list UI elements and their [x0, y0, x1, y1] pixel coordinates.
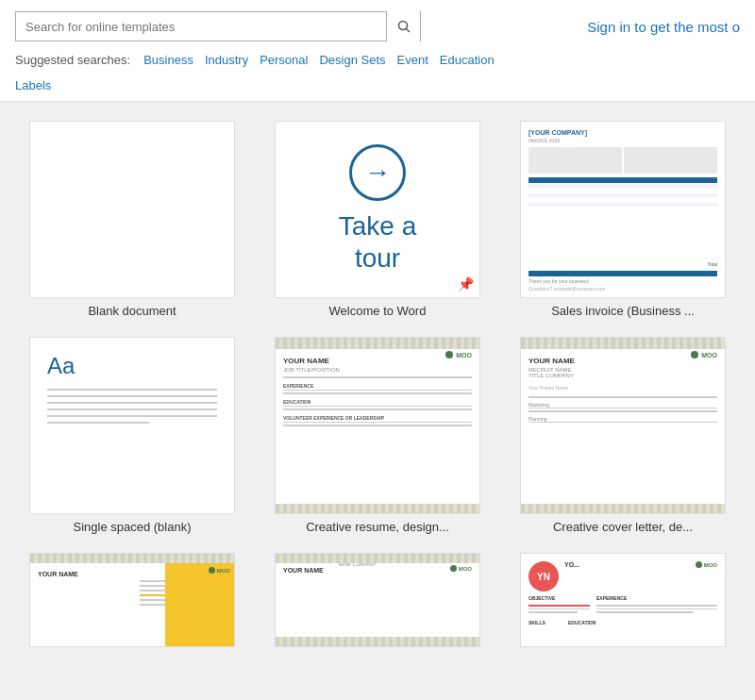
moo-line-5: [283, 408, 472, 410]
moo-line-4: [283, 406, 472, 408]
sign-in-text[interactable]: Sign in to get the most o: [587, 19, 740, 35]
moo-yellow-header: [30, 554, 234, 563]
moo-logo: MOO: [445, 351, 472, 358]
template-welcome-word[interactable]: Take atour 📌 Welcome to Word: [264, 121, 491, 318]
moo-line-1: [283, 376, 472, 378]
template-invoice-label: Sales invoice (Business ...: [520, 304, 726, 318]
line-4: [47, 408, 217, 410]
moo-name: YOUR NAME: [283, 357, 472, 365]
search-input[interactable]: [16, 20, 386, 34]
suggested-link-industry[interactable]: Industry: [201, 51, 252, 69]
labels-link[interactable]: Labels: [15, 76, 55, 94]
moo-cover-body: YOUR NAME RECRUIT NAMETITLE COMPANY Your…: [521, 351, 725, 504]
moo-cover-brand: MOO: [701, 352, 717, 358]
search-icon: [397, 20, 411, 33]
moo-blue-footer: [276, 637, 479, 646]
moo-blue-logo-area: MOO: [450, 565, 472, 572]
moo-yellow-body: YOUR NAME: [30, 565, 132, 583]
moo-yellow-thumb: YOUR NAME MOO: [29, 553, 235, 647]
template-welcome-label: Welcome to Word: [275, 304, 480, 318]
line-2: [47, 395, 217, 397]
template-single-spaced-label: Single spaced (blank): [29, 520, 235, 534]
svg-line-1: [406, 29, 410, 33]
moo-line-2: [283, 390, 472, 392]
moo-resume-header-bar: [276, 338, 479, 349]
line-3: [47, 402, 217, 404]
suggested-link-education[interactable]: Education: [436, 51, 498, 69]
suggested-link-design-sets[interactable]: Design Sets: [315, 51, 389, 69]
invoice-footer-bar: [528, 271, 717, 276]
moo-red-lines-left: [528, 605, 590, 615]
moo-cover-logo: MOO: [691, 351, 717, 358]
suggested-label: Suggested searches:: [15, 53, 130, 67]
search-bar: [15, 11, 421, 42]
moo-red-logo-area: MOO: [696, 561, 717, 568]
moo-resume-thumb: MOO YOUR NAME JOB TITLE/POSITION EXPERIE…: [275, 337, 480, 514]
template-single-spaced[interactable]: Aa Single spaced (blank): [19, 337, 245, 534]
invoice-rows: [528, 184, 717, 208]
moo-red-thumb: YN YO... MOO OBJECTIVE EXPERIENCE SKILLS…: [520, 553, 726, 647]
moo-resume-body: YOUR NAME JOB TITLE/POSITION EXPERIENCE …: [276, 351, 479, 504]
welcome-arrow-icon: [349, 144, 406, 201]
blank-thumb: [29, 121, 235, 298]
template-sales-invoice[interactable]: [YOUR COMPANY] INVOICE #123 Total Thank …: [510, 121, 736, 318]
suggested-link-business[interactable]: Business: [140, 51, 197, 69]
moo-resume-footer-bar: [276, 504, 479, 513]
suggested-link-event[interactable]: Event: [394, 51, 432, 69]
search-button[interactable]: [386, 11, 420, 42]
moo-cover-header-bar: [521, 338, 725, 349]
moo-cover-address: Your Project Name: [528, 385, 717, 391]
moo-red-objective: OBJECTIVE: [528, 595, 555, 601]
moo-line-3: [283, 392, 472, 394]
moo-red-lines-right: [596, 605, 717, 615]
moo-line-6: [283, 422, 472, 424]
line-6-short: [47, 422, 149, 424]
moo-blue-header: [276, 554, 479, 563]
yn-badge: YN: [528, 561, 559, 592]
page-header: Sign in to get the most o Suggested sear…: [0, 0, 755, 102]
invoice-table-header: [528, 177, 717, 183]
moo-cover-footer-bar: [521, 504, 725, 513]
header-top: Sign in to get the most o: [15, 11, 740, 42]
invoice-info-row: [528, 147, 717, 174]
suggested-link-personal[interactable]: Personal: [256, 51, 311, 69]
aa-text: Aa: [47, 353, 75, 379]
template-blank-document[interactable]: Blank document: [19, 121, 245, 318]
template-creative-resume-label: Creative resume, design...: [275, 520, 480, 534]
moo-red-experience: EXPERIENCE: [596, 595, 627, 601]
template-creative-cover-label: Creative cover letter, de...: [520, 520, 726, 534]
line-5: [47, 415, 217, 417]
moo-section-experience: EXPERIENCE: [283, 383, 472, 389]
invoice-thumb: [YOUR COMPANY] INVOICE #123 Total Thank …: [520, 121, 726, 298]
moo-yellow-bar: MOO: [165, 563, 234, 646]
main-content: Blank document Take atour 📌 Welcome to W…: [0, 102, 755, 666]
invoice-title-text: INVOICE #123: [528, 138, 560, 143]
templates-grid: Blank document Take atour 📌 Welcome to W…: [19, 121, 736, 647]
invoice-company: [YOUR COMPANY]: [528, 129, 587, 136]
template-creative-resume[interactable]: MOO YOUR NAME JOB TITLE/POSITION EXPERIE…: [264, 337, 491, 534]
template-creative-cover[interactable]: MOO YOUR NAME RECRUIT NAMETITLE COMPANY …: [510, 337, 736, 534]
moo-cover-line-1: [528, 396, 717, 398]
template-blank-label: Blank document: [29, 304, 235, 318]
moo-brand: MOO: [456, 352, 472, 358]
template-moo-blue[interactable]: YOUR NAME MOO PROGRAM NAMEBANK COMPANY: [264, 553, 491, 647]
template-moo-red[interactable]: YN YO... MOO OBJECTIVE EXPERIENCE SKILLS…: [510, 553, 736, 647]
moo-section-education: EDUCATION: [283, 399, 472, 405]
moo-cover-thumb: MOO YOUR NAME RECRUIT NAMETITLE COMPANY …: [520, 337, 726, 514]
moo-line-7: [283, 425, 472, 426]
moo-cover-company: RECRUIT NAMETITLE COMPANY: [528, 367, 717, 378]
moo-blue-thumb: YOUR NAME MOO PROGRAM NAMEBANK COMPANY: [275, 553, 480, 647]
suggested-searches: Suggested searches: Business Industry Pe…: [15, 51, 740, 76]
moo-cover-line-3: [528, 410, 717, 412]
moo-section-volunteer: VOLUNTEER EXPERIENCE OR LEADERSHIP: [283, 415, 472, 421]
svg-point-0: [398, 22, 407, 30]
welcome-thumb: Take atour 📌: [275, 121, 480, 298]
invoice-footer-text: Questions? example@company.com: [528, 286, 605, 292]
template-moo-yellow[interactable]: YOUR NAME MOO: [19, 553, 245, 647]
single-spaced-thumb: Aa: [29, 337, 235, 514]
welcome-text: Take atour: [339, 210, 417, 274]
pin-icon: 📌: [458, 276, 474, 292]
document-lines: [47, 389, 217, 428]
moo-red-name-area: YO...: [564, 561, 579, 568]
moo-cover-name: YOUR NAME: [528, 357, 717, 365]
